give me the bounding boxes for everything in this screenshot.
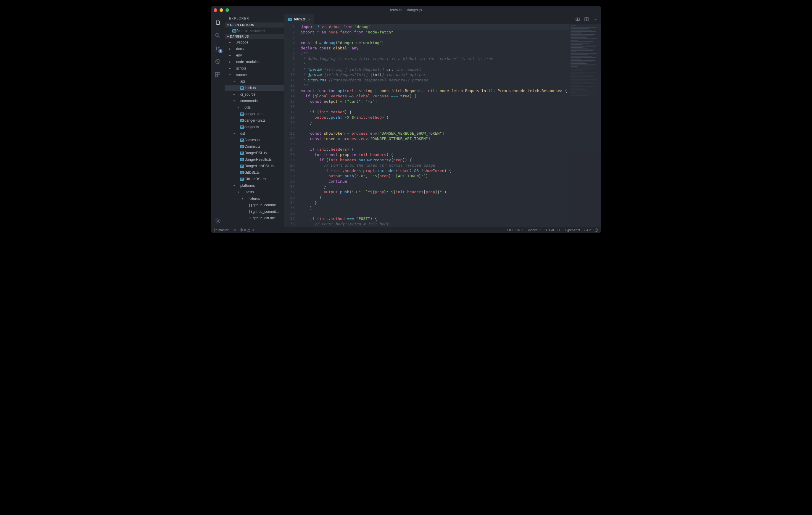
code-line[interactable]: import * as debug from "debug" — [301, 24, 601, 30]
status-feedback[interactable] — [594, 228, 598, 232]
maximize-window-button[interactable] — [226, 8, 229, 12]
file-item[interactable]: ≡ github_diff.diff — [225, 215, 284, 221]
code-line[interactable]: if (init.headers) { — [301, 147, 601, 152]
code-line[interactable]: if (init.headers[prop].includes(token) &… — [301, 168, 601, 173]
code-line[interactable] — [301, 211, 601, 216]
open-editors-header[interactable]: ▾ OPEN EDITORS — [225, 23, 284, 28]
code-line[interactable] — [301, 141, 601, 147]
code-line[interactable]: output.push("-H", `"${prop}: ${init.head… — [301, 190, 601, 195]
file-item[interactable]: TS Aliases.ts — [225, 137, 284, 143]
file-item[interactable]: TS fetch.ts — [225, 85, 284, 91]
code-content[interactable]: import * as debug from "debug"import * a… — [299, 24, 601, 227]
code-line[interactable]: const showToken = process.env["DANGER_VE… — [301, 131, 601, 136]
close-icon[interactable]: × — [308, 17, 311, 22]
split-editor-icon[interactable] — [584, 17, 589, 22]
folder-item[interactable]: ▾ api — [225, 78, 284, 85]
status-sync[interactable]: ↻ — [233, 228, 236, 232]
folder-item[interactable]: ▸ env — [225, 52, 284, 59]
code-line[interactable]: const token = process.env["DANGER_GITHUB… — [301, 136, 601, 141]
folder-item[interactable]: ▾ platforms — [225, 182, 284, 189]
more-icon[interactable] — [593, 17, 598, 22]
code-line[interactable]: const output = ["curl", "-i"] — [301, 99, 601, 104]
folder-item[interactable]: ▸ ci_source — [225, 91, 284, 98]
code-line[interactable]: for (const prop in init.headers) { — [301, 152, 601, 158]
code-line[interactable]: continue — [301, 179, 601, 184]
code-line[interactable]: // const body:string = init.body — [301, 221, 601, 227]
status-position[interactable]: Ln 1, Col 1 — [507, 228, 523, 232]
code-line[interactable]: * @param {fetch.RequestInit} [init] the … — [301, 72, 601, 78]
folder-item[interactable]: ▸ utils — [225, 104, 284, 111]
activity-explorer[interactable] — [211, 17, 225, 28]
status-language[interactable]: TypeScript — [565, 228, 580, 232]
code-line[interactable]: } — [301, 184, 601, 190]
activity-settings[interactable] — [211, 215, 225, 227]
file-item[interactable]: { } github_comme... — [225, 202, 284, 208]
folder-item[interactable]: ▾ commands — [225, 98, 284, 104]
code-line[interactable] — [301, 125, 601, 131]
code-line[interactable]: */ — [301, 83, 601, 88]
tree-label: DangerUtilsDSL.ts — [244, 164, 274, 168]
file-item[interactable]: TS Commit.ts — [225, 143, 284, 150]
typescript-icon: TS — [240, 145, 244, 148]
project-header[interactable]: ▾ DANGER-JS — [225, 34, 284, 39]
compare-changes-icon[interactable] — [575, 17, 580, 22]
activity-source-control[interactable]: 1 — [211, 42, 225, 54]
activity-extensions[interactable] — [211, 69, 225, 81]
code-line[interactable]: } — [301, 120, 601, 125]
line-number-gutter: 1234567891011121314151617181920212223242… — [284, 24, 299, 227]
file-item[interactable]: TS DangerUtilsDSL.ts — [225, 163, 284, 169]
file-item[interactable]: { } github_commit... — [225, 208, 284, 215]
code-line[interactable] — [301, 35, 601, 40]
status-ts-version[interactable]: 2.4.2 — [584, 228, 591, 232]
code-line[interactable]: // Don't show the token for normal verbo… — [301, 163, 601, 168]
code-line[interactable]: declare const global: any — [301, 46, 601, 51]
status-branch[interactable]: master* — [214, 228, 230, 232]
minimap[interactable] — [569, 24, 601, 227]
code-line[interactable]: if (init.method) { — [301, 110, 601, 115]
file-item[interactable]: TS danger-pr.ts — [225, 111, 284, 117]
code-line[interactable]: if (init.headers.hasOwnProperty(prop)) { — [301, 158, 601, 163]
code-line[interactable]: * — [301, 62, 601, 67]
open-editor-item[interactable]: TS fetch.ts source/api — [225, 28, 284, 34]
file-item[interactable]: TS danger.ts — [225, 124, 284, 130]
code-line[interactable]: } — [301, 195, 601, 200]
status-eol[interactable]: LF — [557, 228, 561, 232]
code-line[interactable]: export function api(url: string | node_f… — [301, 88, 601, 93]
file-item[interactable]: TS DangerDSL.ts — [225, 150, 284, 156]
code-line[interactable]: * @returns {Promise<fetch.Response>} net… — [301, 78, 601, 83]
folder-item[interactable]: ▾ fixtures — [225, 195, 284, 202]
code-editor[interactable]: 1234567891011121314151617181920212223242… — [284, 24, 601, 227]
code-line[interactable]: if (init.method === "POST") { — [301, 216, 601, 221]
code-line[interactable]: import * as node_fetch from "node-fetch" — [301, 30, 601, 35]
code-line[interactable] — [301, 104, 601, 110]
code-line[interactable]: * @param {(string | fetch.Request)} url … — [301, 67, 601, 72]
file-item[interactable]: TS GitHubDSL.ts — [225, 176, 284, 182]
tree-label: dsl — [240, 132, 245, 136]
activity-debug[interactable] — [211, 56, 225, 67]
status-encoding[interactable]: UTF-8 — [545, 228, 554, 232]
close-window-button[interactable] — [214, 8, 217, 12]
file-item[interactable]: TS danger-run.ts — [225, 117, 284, 124]
code-line[interactable]: /** — [301, 51, 601, 56]
folder-item[interactable]: ▸ .vscode — [225, 39, 284, 46]
code-line[interactable]: * Adds logging to every fetch request if… — [301, 56, 601, 62]
code-line[interactable]: output.push("-H", `"${prop}: [API TOKEN]… — [301, 173, 601, 179]
minimize-window-button[interactable] — [220, 8, 223, 12]
folder-item[interactable]: ▸ node_modules — [225, 59, 284, 65]
folder-item[interactable]: ▾ dsl — [225, 130, 284, 137]
code-line[interactable]: const d = debug("danger:networking") — [301, 40, 601, 46]
code-line[interactable]: } — [301, 205, 601, 211]
folder-item[interactable]: ▾ source — [225, 71, 284, 78]
folder-item[interactable]: ▾ _tests — [225, 189, 284, 195]
tab-fetch-ts[interactable]: TS fetch.ts × — [284, 14, 314, 24]
status-spaces[interactable]: Spaces: 2 — [527, 228, 541, 232]
code-line[interactable]: } — [301, 200, 601, 205]
activity-search[interactable] — [211, 30, 225, 41]
folder-item[interactable]: ▸ scripts — [225, 65, 284, 71]
folder-item[interactable]: ▸ docs — [225, 46, 284, 52]
code-line[interactable]: if (global.verbose && global.verbose ===… — [301, 93, 601, 99]
file-item[interactable]: TS DangerResults.ts — [225, 156, 284, 163]
code-line[interactable]: output.push(`-X ${init.method}`) — [301, 115, 601, 120]
status-problems[interactable]: 0 0 — [239, 228, 254, 232]
file-item[interactable]: TS GitDSL.ts — [225, 169, 284, 176]
